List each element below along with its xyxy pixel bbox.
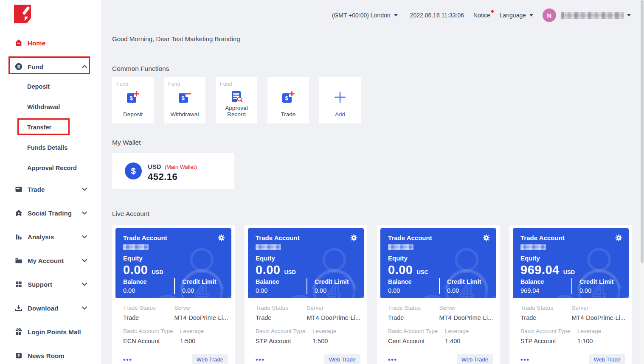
chevron-down-icon	[82, 211, 87, 215]
caret-down-icon	[394, 14, 398, 17]
account-title: Trade Account	[388, 234, 432, 241]
server-value: MT4-DooPrime-Li...	[439, 314, 493, 321]
account-title: Trade Account	[123, 234, 167, 241]
web-trade-button[interactable]: Web Trade	[457, 354, 493, 364]
account-title: Trade Account	[520, 234, 565, 241]
more-actions-button[interactable]: •••	[256, 356, 265, 363]
sidebar-item-download[interactable]: Download	[15, 302, 87, 314]
web-trade-button[interactable]: Web Trade	[589, 354, 625, 364]
wallet-balance: 452.16	[148, 171, 177, 182]
leverage-value: 1:400	[445, 338, 493, 344]
caret-down-icon	[529, 14, 533, 17]
scrollbar-thumb[interactable]	[641, 0, 644, 263]
house-person-icon	[15, 209, 22, 217]
account-panel: 4 Trade Account Equity 0.00 USD Ba	[248, 228, 364, 298]
account-number-blurred	[520, 244, 546, 250]
sidebar-item-social-trading[interactable]: Social Trading	[15, 207, 87, 218]
sidebar-item-my-account[interactable]: My Account	[15, 255, 87, 266]
account-type-value: ECN Account	[123, 338, 180, 344]
more-actions-button[interactable]: •••	[123, 356, 132, 363]
account-type-value: STP Account	[520, 338, 577, 344]
notice-link[interactable]: Notice	[473, 12, 490, 19]
username-blurred	[561, 12, 624, 19]
equity-currency: USD	[284, 269, 295, 275]
sidebar-item-login-points-mall[interactable]: Login Points Mall	[15, 326, 87, 337]
panel-divider	[571, 278, 572, 294]
wallet-card[interactable]: $ USD (Main Wallet) 452.16	[112, 153, 234, 189]
svg-text:$: $	[17, 64, 20, 69]
deposit-icon: $	[126, 90, 140, 106]
trade-status-value: Trade	[388, 314, 439, 321]
sidebar-item-label: Home	[28, 39, 45, 47]
panel-divider	[174, 278, 175, 294]
notice-dot-badge	[491, 10, 494, 13]
chevron-down-icon	[82, 188, 87, 191]
user-menu[interactable]: N	[543, 8, 631, 22]
topbar-divider	[404, 11, 404, 19]
sidebar-item-home[interactable]: Home	[15, 37, 87, 48]
function-card-withdrawal[interactable]: Fund $ Withdrawal	[164, 77, 205, 123]
gear-icon[interactable]	[482, 234, 490, 244]
equity-value: 0.00	[256, 263, 280, 277]
sidebar-subitem-deposit[interactable]: Deposit	[27, 82, 50, 91]
scrollbar-track	[640, 0, 644, 364]
sidebar-subitem-funds-details[interactable]: Funds Details	[27, 143, 67, 152]
timezone-label: (GMT +00:00) London	[332, 12, 391, 19]
account-title: Trade Account	[256, 234, 300, 241]
sidebar-item-news-room[interactable]: News Room	[15, 350, 87, 361]
gear-icon[interactable]	[350, 234, 358, 244]
function-card-add[interactable]: Add	[319, 77, 361, 123]
gear-icon[interactable]	[217, 234, 225, 244]
folder-icon	[15, 257, 22, 264]
account-card: 4 Trade Account Equity 0.00 USD Ba	[245, 225, 367, 364]
account-number-blurred	[388, 244, 413, 250]
timezone-dropdown[interactable]: (GMT +00:00) London	[332, 12, 398, 19]
function-category-label: Fund	[168, 81, 180, 87]
server-value: MT4-DooPrime-Li...	[572, 314, 626, 321]
more-actions-button[interactable]: •••	[520, 356, 530, 363]
equity-value: 969.04	[520, 263, 560, 277]
avatar: N	[543, 8, 556, 22]
function-card-deposit[interactable]: Fund $ Deposit	[112, 77, 154, 123]
download-icon	[15, 304, 22, 312]
equity-currency: USD	[563, 269, 575, 275]
equity-currency: USD	[152, 269, 163, 275]
approval-record-icon	[229, 90, 244, 106]
balance-value: 0.00	[256, 287, 307, 294]
more-actions-button[interactable]: •••	[388, 356, 397, 363]
balance-value: 969.04	[520, 287, 571, 294]
trade-status-value: Trade	[123, 314, 174, 321]
sidebar-subitem-transfer[interactable]: Transfer	[27, 123, 51, 132]
section-title-live-account: Live Account	[112, 210, 149, 218]
function-card-trade[interactable]: $ Trade	[267, 77, 309, 123]
web-trade-button[interactable]: Web Trade	[192, 354, 228, 364]
account-card: 4 Trade Account Equity 969.04 USD	[509, 225, 632, 364]
account-type-value: Cent Account	[388, 338, 445, 344]
account-panel: 4 Trade Account Equity 0.00 USD Ba	[115, 228, 231, 298]
sidebar-item-fund[interactable]: $ Fund	[15, 61, 87, 72]
chevron-down-icon	[82, 306, 87, 310]
account-panel: 4 Trade Account Equity 0.00 USC Ba	[380, 228, 496, 298]
balance-value: 0.00	[388, 287, 439, 294]
balance-value: 0.00	[123, 287, 174, 294]
sidebar-item-trade[interactable]: Trade	[15, 184, 87, 195]
web-trade-button[interactable]: Web Trade	[324, 354, 360, 364]
section-title-my-wallet: My Wallet	[112, 139, 141, 146]
sidebar-item-analysis[interactable]: Analysis	[15, 231, 87, 242]
gear-icon[interactable]	[615, 234, 623, 244]
chevron-down-icon	[82, 259, 87, 262]
sidebar-subitem-withdrawal[interactable]: Withdrawal	[27, 102, 60, 112]
language-dropdown[interactable]: Language	[500, 12, 533, 19]
sidebar-subitem-approval-record[interactable]: Approval Record	[27, 163, 77, 173]
function-card-approval-record[interactable]: Fund Approval Record	[216, 77, 257, 123]
sidebar-item-support[interactable]: Support	[15, 279, 87, 290]
account-card: 4 Trade Account Equity 0.00 USC Ba	[377, 225, 500, 364]
wallet-main-tag: (Main Wallet)	[165, 164, 197, 170]
account-type-value: STP Account	[256, 338, 312, 344]
greeting-text: Good Morning, Dear Test Marketing Brandi…	[112, 35, 240, 42]
dollar-circle-icon: $	[125, 162, 142, 179]
leverage-value: 1:100	[577, 338, 625, 344]
brand-logo-icon[interactable]	[14, 5, 31, 25]
sidebar-item-label: Fund	[28, 63, 43, 70]
dollar-circle-icon: $	[15, 63, 22, 70]
